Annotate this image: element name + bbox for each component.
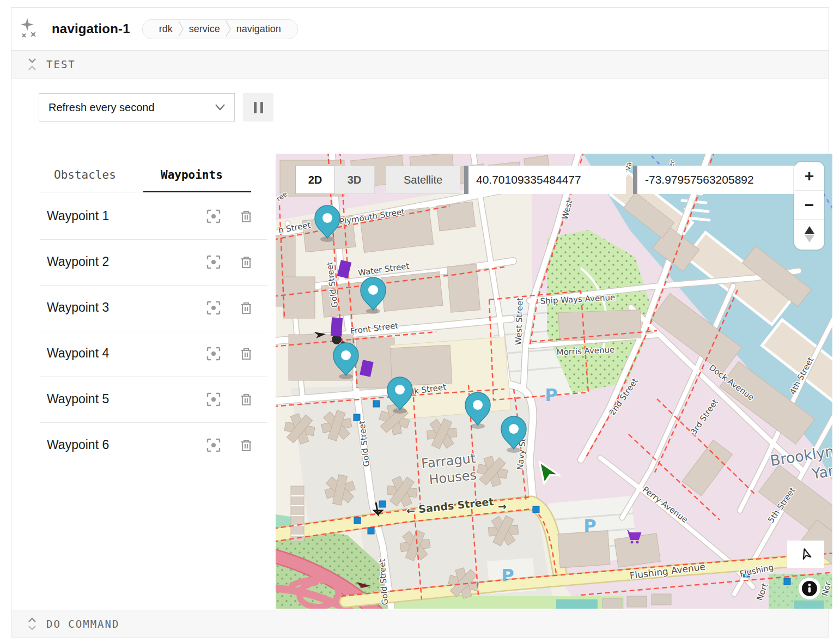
tab-obstacles[interactable]: Obstacles [54,168,116,181]
compass-north-needle [805,226,814,234]
waypoint-row: Waypoint 6 [40,423,267,469]
do-command-section-label: DO COMMAND [46,618,119,630]
longitude-drag-handle[interactable] [633,166,637,194]
pause-refresh-button[interactable] [243,93,273,122]
svg-text:Yar: Yar [810,462,832,482]
waypoint-row: Waypoint 1 [40,194,267,240]
compass-south-needle [805,235,814,242]
svg-text:P: P [501,565,514,586]
map-satellite-button[interactable]: Satellite [386,166,460,194]
refresh-rate-value: Refresh every second [48,101,155,114]
waypoint-row: Waypoint 3 [40,286,267,331]
latitude-drag-handle[interactable] [464,166,468,194]
map-canvas: P P P h Street Plymouth Street Water Str… [276,154,832,609]
delete-waypoint-button[interactable] [239,301,253,315]
navigation-map[interactable]: P P P h Street Plymouth Street Water Str… [276,154,832,609]
chevron-down-icon [215,104,226,111]
chevron-right-icon [178,21,184,37]
svg-text:P: P [545,385,557,405]
do-command-section-header[interactable]: DO COMMAND [11,610,829,638]
navigation-arrow-icon [799,547,813,561]
svg-text:P: P [583,515,596,536]
expand-icon [28,617,36,630]
focus-waypoint-button[interactable] [206,392,221,407]
breadcrumb-item: service [184,23,226,35]
map-2d-button[interactable]: 2D [295,166,335,194]
test-section-header[interactable]: TEST [11,50,829,78]
page-title: navigation-1 [52,21,130,37]
svg-text:West Street: West Street [513,298,525,345]
zoom-out-button[interactable]: − [794,191,824,220]
active-tab-indicator [143,191,251,192]
info-icon [801,580,818,597]
delete-waypoint-button[interactable] [239,438,253,452]
waypoint-row: Waypoint 2 [40,240,267,286]
breadcrumb-item: rdk [154,23,178,35]
map-3d-button[interactable]: 3D [334,166,375,194]
waypoint-row: Waypoint 4 [40,331,267,377]
chevron-right-icon [226,21,231,37]
delete-waypoint-button[interactable] [239,392,253,407]
obstacle [331,317,343,336]
card-header: navigation-1 rdk service navigation [11,8,829,50]
map-info-button[interactable] [799,578,820,599]
svg-text:→: → [498,500,507,512]
waypoint-name: Waypoint 1 [47,209,109,223]
waypoint-name: Waypoint 6 [47,438,109,452]
delete-waypoint-button[interactable] [239,347,253,361]
delete-waypoint-button[interactable] [239,255,253,269]
focus-waypoint-button[interactable] [206,438,221,452]
tab-divider [40,192,143,192]
delete-waypoint-button[interactable] [239,209,253,223]
zoom-in-button[interactable]: + [794,162,824,191]
focus-waypoint-button[interactable] [206,255,221,269]
waypoint-name: Waypoint 3 [47,300,109,315]
waypoint-name: Waypoint 4 [47,346,109,361]
tab-waypoints[interactable]: Waypoints [161,168,223,181]
refresh-controls: Refresh every second [11,78,829,122]
waypoint-row: Waypoint 5 [40,377,267,423]
waypoint-list: Waypoint 1 Waypoint 2 Waypoint 3 Waypoin… [40,194,267,469]
latitude-field [464,166,626,194]
breadcrumb-item: navigation [231,23,287,35]
refresh-rate-select[interactable]: Refresh every second [39,93,235,122]
latitude-input[interactable] [468,173,626,186]
focus-waypoint-button[interactable] [206,209,221,223]
map-zoom-control: + − [794,162,824,250]
pause-icon [254,102,257,113]
service-sparkles-icon [20,18,39,40]
focus-waypoint-button[interactable] [206,301,221,315]
waypoint-name: Waypoint 5 [47,392,109,407]
svg-text:←: ← [406,505,415,517]
collapse-icon [28,58,36,71]
longitude-field [633,166,795,194]
left-panel-tabs: Obstacles Waypoints [40,164,267,192]
breadcrumb: rdk service navigation [142,19,298,39]
navigation-card: navigation-1 rdk service navigation TEST… [11,7,829,637]
compass-button[interactable] [794,220,824,248]
pause-icon [260,102,263,113]
test-section-label: TEST [46,58,76,70]
locate-robot-button[interactable] [787,541,824,568]
focus-waypoint-button[interactable] [206,347,221,361]
waypoint-name: Waypoint 2 [47,254,109,269]
longitude-input[interactable] [637,173,795,186]
